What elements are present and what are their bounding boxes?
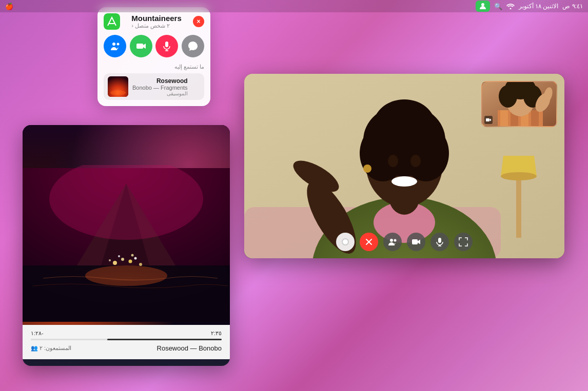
shareplay-header: × Mountaineers ٢ شخص متصل ‹ [104,13,204,30]
svg-rect-6 [136,44,143,49]
menubar-date: الاثنين ١٨ أكتوبر [519,3,559,10]
music-progress-bar[interactable] [31,339,222,340]
facetime-mic-button[interactable] [430,233,449,251]
pip-camera-icon [484,116,493,124]
svg-rect-47 [500,110,508,127]
svg-point-1 [481,3,484,6]
menubar-left: 🍎 [5,3,13,10]
artwork-gradient [23,125,230,325]
facetime-record-button[interactable] [336,233,355,251]
svg-point-37 [410,155,421,167]
svg-point-17 [113,261,117,265]
svg-point-22 [139,263,142,266]
search-icon[interactable]: 🔍 [494,3,502,10]
pip-video [481,81,557,127]
record-inner [342,238,349,245]
svg-point-20 [134,257,137,260]
svg-point-61 [390,239,393,242]
facetime-fullscreen-button[interactable] [454,233,473,251]
svg-point-23 [118,255,120,257]
facetime-participants-button[interactable] [383,233,402,251]
svg-point-24 [131,254,134,257]
svg-point-36 [388,155,398,167]
message-button[interactable] [182,35,204,57]
video-button[interactable] [130,35,152,57]
svg-rect-42 [516,176,521,238]
svg-point-44 [501,172,537,180]
menubar-right: ٩:٤١ ص الاثنين ١٨ أكتوبر 🔍 [476,1,583,12]
music-player-card: ٢:٣٥ -١:٢٨ Rosewood — Bonobo المستمعون: … [23,125,230,366]
music-artwork [23,125,230,325]
facetime-controls [244,233,564,251]
track-title: Rosewood [132,77,188,85]
wifi-icon[interactable] [506,3,515,9]
svg-rect-50 [531,110,539,127]
svg-rect-64 [438,238,441,243]
track-artist: Bonobo — Fragments [132,85,188,91]
svg-point-0 [509,8,511,10]
menubar-time: ٩:٤١ ص [562,3,583,10]
mountain-artwork-svg [23,165,230,325]
apple-icon: 🍎 [5,3,13,10]
svg-rect-58 [486,118,489,121]
svg-point-38 [391,176,417,187]
close-button[interactable]: × [193,16,204,27]
album-art [108,76,128,97]
music-progress-fill [107,339,222,340]
svg-point-7 [112,43,115,46]
people-button[interactable] [104,35,126,57]
svg-point-54 [499,85,517,108]
svg-point-39 [363,164,371,173]
menubar: 🍎 ٩:٤١ ص الاثنين ١٨ أكتوبر 🔍 [0,0,588,12]
music-controls: ٢:٣٥ -١:٢٨ Rosewood — Bonobo المستمعون: … [23,325,230,359]
svg-point-16 [85,265,167,286]
svg-point-8 [117,43,120,46]
svg-point-21 [109,259,111,261]
svg-point-10 [110,90,126,95]
facetime-main-video [244,74,564,258]
mute-button[interactable] [155,35,178,57]
now-playing-row: Rosewood Bonobo — Fragments الموسيقى [104,73,204,100]
time-elapsed: ٢:٣٥ [211,330,222,337]
listening-label: ما تستمع إليه [104,64,204,70]
svg-point-35 [374,99,435,151]
facetime-end-call-button[interactable] [360,233,378,251]
shareplay-actions [104,35,204,57]
shareplay-subtitle: ٢ شخص متصل ‹ [131,23,170,29]
now-playing-info: Rosewood Bonobo — Fragments الموسيقى [132,77,188,96]
facetime-card [244,74,564,258]
svg-rect-2 [104,13,120,30]
pip-video-canvas [482,82,557,127]
music-meta: Rosewood — Bonobo المستمعون: ٢ 👥 [31,344,222,352]
facetime-video-button[interactable] [407,233,425,251]
music-track-title: Rosewood — Bonobo [157,344,222,352]
svg-point-62 [394,239,397,242]
shareplay-app-icon [104,13,120,30]
shareplay-card: × Mountaineers ٢ شخص متصل ‹ [97,7,210,106]
media-type-label: الموسيقى [132,91,188,96]
shareplay-group-name: Mountaineers [131,14,182,23]
svg-point-18 [121,258,124,261]
svg-point-19 [129,260,132,263]
svg-rect-63 [412,239,418,244]
shareplay-active-indicator[interactable] [476,1,490,12]
listeners-count: المستمعون: ٢ 👥 [31,345,71,352]
music-time-bar: ٢:٣٥ -١:٢٨ [31,330,222,337]
album-art-image [108,76,128,97]
svg-rect-3 [165,42,168,47]
time-remaining: -١:٢٨ [31,330,44,337]
shareplay-title-group: Mountaineers ٢ شخص متصل ‹ [131,14,182,29]
